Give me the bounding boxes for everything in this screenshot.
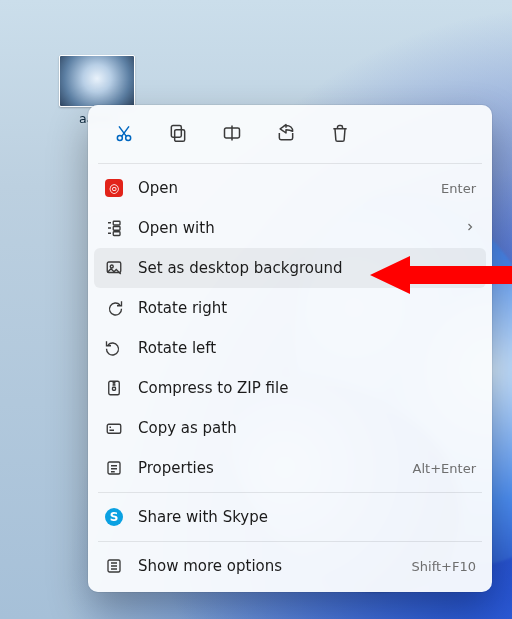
menu-item-show-more-options[interactable]: Show more options Shift+F10 xyxy=(94,546,486,586)
menu-divider xyxy=(98,492,482,493)
menu-item-label: Open with xyxy=(138,219,450,237)
rotate-right-icon xyxy=(104,298,124,318)
image-thumbnail xyxy=(59,55,135,107)
open-with-icon xyxy=(104,218,124,238)
menu-item-shortcut: Shift+F10 xyxy=(412,559,476,574)
menu-item-label: Copy as path xyxy=(138,419,476,437)
rename-button[interactable] xyxy=(214,117,250,151)
context-menu-action-row xyxy=(94,111,486,159)
svg-rect-5 xyxy=(113,221,120,225)
delete-icon xyxy=(330,123,350,146)
properties-icon xyxy=(104,458,124,478)
menu-item-label: Properties xyxy=(138,459,399,477)
copy-icon xyxy=(168,123,188,146)
menu-item-properties[interactable]: Properties Alt+Enter xyxy=(94,448,486,488)
copy-path-icon xyxy=(104,418,124,438)
context-menu: ◎ Open Enter Open with Set as d xyxy=(88,105,492,592)
menu-item-shortcut: Alt+Enter xyxy=(413,461,476,476)
menu-item-label: Rotate left xyxy=(138,339,476,357)
svg-rect-2 xyxy=(175,129,185,141)
menu-item-open[interactable]: ◎ Open Enter xyxy=(94,168,486,208)
svg-rect-7 xyxy=(113,232,120,236)
compress-zip-icon xyxy=(104,378,124,398)
menu-item-compress-zip[interactable]: Compress to ZIP file xyxy=(94,368,486,408)
menu-item-label: Show more options xyxy=(138,557,398,575)
rotate-left-icon xyxy=(104,338,124,358)
menu-item-share-skype[interactable]: S Share with Skype xyxy=(94,497,486,537)
menu-item-label: Set as desktop background xyxy=(138,259,476,277)
share-icon xyxy=(276,123,296,146)
menu-item-copy-as-path[interactable]: Copy as path xyxy=(94,408,486,448)
svg-rect-6 xyxy=(113,227,120,231)
menu-item-label: Open xyxy=(138,179,427,197)
menu-item-rotate-left[interactable]: Rotate left xyxy=(94,328,486,368)
menu-divider xyxy=(98,541,482,542)
skype-icon: S xyxy=(104,507,124,527)
delete-button[interactable] xyxy=(322,117,358,151)
copy-button[interactable] xyxy=(160,117,196,151)
share-button[interactable] xyxy=(268,117,304,151)
svg-rect-3 xyxy=(171,125,181,137)
svg-rect-11 xyxy=(113,387,116,390)
svg-point-9 xyxy=(110,265,113,268)
svg-rect-12 xyxy=(107,424,121,433)
rename-icon xyxy=(222,123,242,146)
menu-item-label: Rotate right xyxy=(138,299,476,317)
cut-icon xyxy=(114,123,134,146)
open-icon: ◎ xyxy=(104,178,124,198)
menu-item-rotate-right[interactable]: Rotate right xyxy=(94,288,486,328)
menu-item-open-with[interactable]: Open with xyxy=(94,208,486,248)
cut-button[interactable] xyxy=(106,117,142,151)
chevron-right-icon xyxy=(464,220,476,236)
menu-item-label: Compress to ZIP file xyxy=(138,379,476,397)
menu-item-set-desktop-background[interactable]: Set as desktop background xyxy=(94,248,486,288)
menu-divider xyxy=(98,163,482,164)
menu-item-label: Share with Skype xyxy=(138,508,476,526)
menu-item-shortcut: Enter xyxy=(441,181,476,196)
set-background-icon xyxy=(104,258,124,278)
more-options-icon xyxy=(104,556,124,576)
